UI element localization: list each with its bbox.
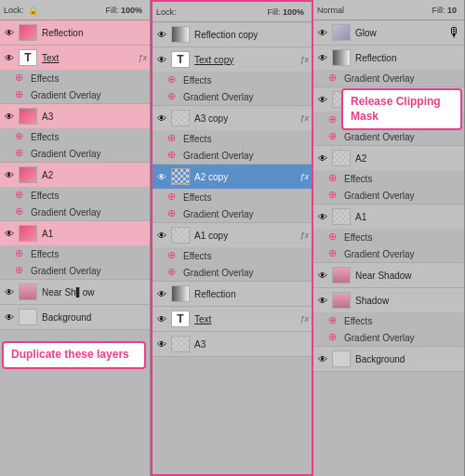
list-item: 👁 A1 ⊕ Effects ⊕ Gradient Overlay xyxy=(0,221,150,280)
gradient-label: Gradient Overlay xyxy=(344,132,415,142)
layer-row-a2-copy[interactable]: 👁 A2 copy ƒx xyxy=(153,165,312,189)
layer-row-a3[interactable]: 👁 A3 xyxy=(0,104,150,128)
visibility-icon[interactable]: 👁 xyxy=(155,28,168,41)
gradient-label: Gradient Overlay xyxy=(183,268,254,278)
effects-label: Effects xyxy=(344,316,372,326)
fx-badge: ƒx xyxy=(299,314,309,324)
fill-label-right: Fill: 10 xyxy=(432,6,457,15)
effects-icon: ⊕ xyxy=(167,73,180,86)
gradient-overlay-row: ⊕ Gradient Overlay xyxy=(0,145,150,162)
visibility-icon[interactable]: 👁 xyxy=(155,112,168,125)
gradient-icon: ⊕ xyxy=(167,90,180,103)
layer-row-shadow-r[interactable]: 👁 Shadow xyxy=(313,288,464,312)
left-layers-list[interactable]: 👁 Reflection 👁 T Text ƒx ⊕ Effects xyxy=(0,20,150,476)
layer-row-text-copy[interactable]: 👁 T Text copy ƒx xyxy=(153,47,312,72)
gradient-overlay-row: ⊕ Gradient Overlay xyxy=(153,147,312,164)
layer-row-text2[interactable]: 👁 T Text ƒx xyxy=(153,307,312,331)
gradient-icon: ⊕ xyxy=(328,331,341,344)
mid-layers-list[interactable]: 👁 Reflection copy 👁 T Text copy ƒx ⊕ Eff… xyxy=(153,22,312,474)
visibility-icon[interactable]: 👁 xyxy=(3,110,16,123)
visibility-icon[interactable]: 👁 xyxy=(155,287,168,300)
visibility-icon[interactable]: 👁 xyxy=(155,312,168,325)
list-item: 👁 T Text ƒx xyxy=(153,307,312,332)
effects-row: ⊕ Effects xyxy=(153,72,312,88)
gradient-overlay-row: ⊕ Gradient Overlay xyxy=(0,204,150,220)
gradient-overlay-row: ⊕ Gradient Overlay xyxy=(153,88,312,105)
visibility-icon[interactable]: 👁 xyxy=(3,26,16,39)
fill-label-left: Fill: 100% xyxy=(105,6,142,15)
layer-row-reflection-copy[interactable]: 👁 Reflection copy xyxy=(153,22,312,46)
gradient-label: Gradient Overlay xyxy=(344,73,415,84)
layer-row-a1[interactable]: 👁 A1 xyxy=(0,221,150,245)
visibility-icon[interactable]: 👁 xyxy=(3,227,16,240)
list-item: 👁 Background xyxy=(313,347,464,372)
effects-row: ⊕ Effects xyxy=(313,170,464,187)
list-item: 👁 A3 ⊕ Effects ⊕ Gradient Overlay xyxy=(0,104,150,163)
visibility-icon[interactable]: 👁 xyxy=(155,53,168,66)
gradient-overlay-row: ⊕ Gradient Overlay xyxy=(313,329,464,346)
gradient-icon: ⊕ xyxy=(328,72,341,85)
layer-row-background[interactable]: 👁 Background xyxy=(0,305,150,329)
layer-row-near-shadow-r[interactable]: 👁 Near Shadow xyxy=(313,263,464,287)
layer-row-reflection[interactable]: 👁 Reflection xyxy=(0,20,150,45)
layer-row-glow[interactable]: 👁 Glow 🎙 xyxy=(313,20,464,45)
layer-row-text[interactable]: 👁 T Text ƒx xyxy=(0,46,150,70)
visibility-icon[interactable]: 👁 xyxy=(316,51,329,64)
gradient-overlay-row: ⊕ Gradient Overlay xyxy=(0,86,150,103)
layer-row-near-shadow[interactable]: 👁 Near Sh▌ow xyxy=(0,280,150,304)
list-item: 👁 Shadow ⊕ Effects ⊕ Gradient Overlay xyxy=(313,288,464,347)
effects-icon: ⊕ xyxy=(15,189,28,202)
effects-label: Effects xyxy=(183,251,211,261)
layer-row-a1-r[interactable]: 👁 A1 xyxy=(313,205,464,229)
layer-row-a3-copy[interactable]: 👁 A3 copy ƒx xyxy=(153,106,312,130)
mid-panel: Lock: Fill: 100% 👁 Reflection copy 👁 T T… xyxy=(151,0,313,476)
visibility-icon[interactable]: 👁 xyxy=(316,352,329,365)
gradient-overlay-row: ⊕ Gradient Overlay xyxy=(313,187,464,204)
visibility-icon[interactable]: 👁 xyxy=(316,152,329,165)
visibility-icon[interactable]: 👁 xyxy=(316,294,329,307)
visibility-icon[interactable]: 👁 xyxy=(316,210,329,223)
fx-badge: ƒx xyxy=(299,113,309,123)
layer-row-reflection2[interactable]: 👁 Reflection xyxy=(153,282,312,306)
gradient-label: Gradient Overlay xyxy=(31,266,101,276)
right-panel-header: Normal Fill: 10 xyxy=(313,0,464,20)
visibility-icon[interactable]: 👁 xyxy=(3,168,16,181)
visibility-icon[interactable]: 👁 xyxy=(155,229,168,242)
right-layers-list[interactable]: 👁 Glow 🎙 👁 Reflection ⊕ Gradient Overlay xyxy=(313,20,464,476)
layer-row-a2[interactable]: 👁 A2 xyxy=(0,163,150,187)
layer-thumbnail xyxy=(170,109,191,127)
layer-name: A2 xyxy=(42,170,147,180)
visibility-icon[interactable]: 👁 xyxy=(316,93,329,106)
effects-label: Effects xyxy=(31,249,59,259)
visibility-icon[interactable]: 👁 xyxy=(3,285,16,298)
effects-row: ⊕ Effects xyxy=(313,229,464,245)
layer-name: A2 xyxy=(355,153,461,164)
visibility-icon[interactable]: 👁 xyxy=(316,26,329,39)
left-panel-header: Lock: 🔒 Fill: 100% xyxy=(0,0,150,20)
layer-thumbnail: T xyxy=(170,50,191,69)
layer-thumbnail xyxy=(18,23,38,42)
layer-name: Reflection copy xyxy=(194,30,309,40)
visibility-icon[interactable]: 👁 xyxy=(155,337,168,350)
visibility-icon[interactable]: 👁 xyxy=(155,170,168,183)
layer-row-a3-r[interactable]: 👁 A3 xyxy=(313,87,464,112)
layer-name: Near Sh▌ow xyxy=(42,287,147,298)
layer-row-a1-copy[interactable]: 👁 A1 copy ƒx xyxy=(153,223,312,247)
effects-icon: ⊕ xyxy=(15,130,28,143)
layer-thumbnail xyxy=(18,283,38,301)
layer-row-a2-r[interactable]: 👁 A2 xyxy=(313,146,464,170)
visibility-icon[interactable]: 👁 xyxy=(3,51,16,64)
effects-label: Effects xyxy=(31,191,59,201)
effects-icon: ⊕ xyxy=(15,247,28,260)
gradient-icon: ⊕ xyxy=(167,207,180,220)
gradient-icon: ⊕ xyxy=(328,130,341,143)
gradient-label: Gradient Overlay xyxy=(31,207,101,218)
effects-row: ⊕ Effects xyxy=(0,70,150,86)
layer-thumbnail xyxy=(18,165,38,184)
layer-row-background-r[interactable]: 👁 Background xyxy=(313,347,464,371)
left-panel: Lock: 🔒 Fill: 100% 👁 Reflection 👁 T Text xyxy=(0,0,151,476)
layer-row-reflection-r[interactable]: 👁 Reflection xyxy=(313,46,464,70)
visibility-icon[interactable]: 👁 xyxy=(316,269,329,282)
visibility-icon[interactable]: 👁 xyxy=(3,311,16,324)
layer-row-a3-2[interactable]: 👁 A3 xyxy=(153,332,312,356)
